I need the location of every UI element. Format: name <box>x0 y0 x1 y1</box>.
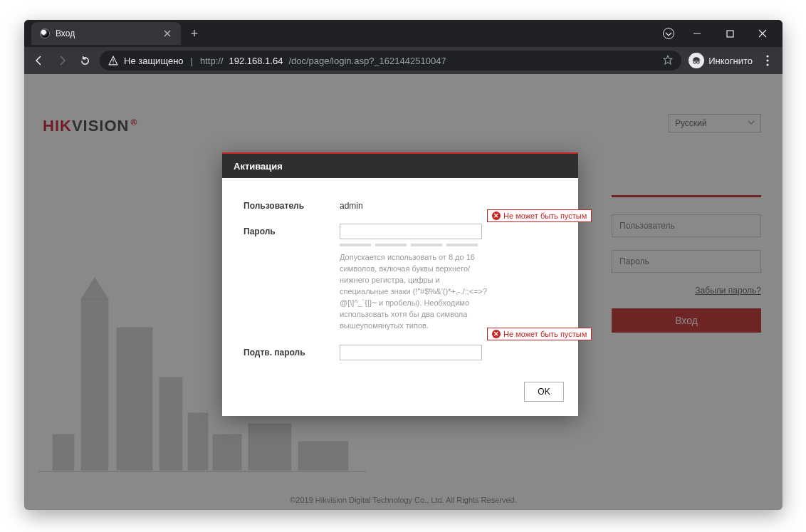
svg-rect-0 <box>727 31 733 37</box>
tab-title: Вход <box>56 28 75 38</box>
password-error-text: Не может быть пустым <box>503 212 587 220</box>
kebab-menu-icon[interactable] <box>760 55 775 66</box>
password-strength-meter <box>340 244 557 246</box>
password-error-bubble: ✕ Не может быть пустым <box>487 209 592 222</box>
browser-tab[interactable]: Вход <box>31 22 181 45</box>
maximize-button[interactable] <box>714 23 745 44</box>
url-scheme: http:// <box>200 56 224 66</box>
password-hint: Допускается использовать от 8 до 16 симв… <box>340 252 489 332</box>
new-tab-button[interactable]: + <box>185 24 204 43</box>
incognito-badge[interactable]: Инкогнито <box>689 53 753 68</box>
titlebar: Вход + <box>24 20 783 47</box>
activation-password-input[interactable] <box>340 224 482 239</box>
error-icon: ✕ <box>492 212 501 220</box>
confirm-error-text: Не может быть пустым <box>503 330 587 338</box>
incognito-label: Инкогнито <box>708 56 753 66</box>
reload-button[interactable] <box>77 53 93 68</box>
favicon-icon <box>40 28 50 38</box>
minimize-button[interactable] <box>681 23 713 44</box>
modal-title: Активация <box>222 152 578 178</box>
svg-marker-3 <box>664 56 672 64</box>
window-controls <box>663 23 783 44</box>
svg-point-6 <box>766 55 768 57</box>
back-button[interactable] <box>31 53 47 68</box>
forward-button[interactable] <box>54 53 70 68</box>
url-host: 192.168.1.64 <box>229 56 283 66</box>
url-path: /doc/page/login.asp?_1621442510047 <box>288 56 446 66</box>
browser-window: Вход + Не защищено | http://192.168.1.64… <box>24 20 783 510</box>
svg-rect-1 <box>112 59 113 62</box>
activation-modal: Активация Пользователь admin Пароль Допу… <box>222 152 578 416</box>
activation-confirm-input[interactable] <box>340 345 482 360</box>
close-tab-icon[interactable] <box>162 28 172 38</box>
incognito-icon <box>689 53 704 68</box>
close-window-button[interactable] <box>747 23 778 44</box>
svg-rect-2 <box>112 63 113 63</box>
user-label: Пользователь <box>244 198 340 211</box>
password-label: Пароль <box>244 224 340 236</box>
error-icon: ✕ <box>492 330 501 338</box>
omnibox[interactable]: Не защищено | http://192.168.1.64/doc/pa… <box>100 51 681 71</box>
confirm-password-label: Подтв. пароль <box>244 345 340 358</box>
account-icon[interactable] <box>663 28 674 39</box>
insecure-icon <box>108 56 118 66</box>
confirm-error-bubble: ✕ Не может быть пустым <box>487 328 592 340</box>
security-label: Не защищено <box>124 56 184 66</box>
svg-point-5 <box>697 61 700 64</box>
svg-point-8 <box>766 63 768 66</box>
address-bar: Не защищено | http://192.168.1.64/doc/pa… <box>24 47 783 74</box>
page-viewport: HIKVISION® Русский <box>24 74 783 510</box>
ok-button[interactable]: OK <box>524 382 564 402</box>
bookmark-icon[interactable] <box>663 55 673 67</box>
svg-point-4 <box>694 61 696 64</box>
svg-point-7 <box>766 59 768 61</box>
